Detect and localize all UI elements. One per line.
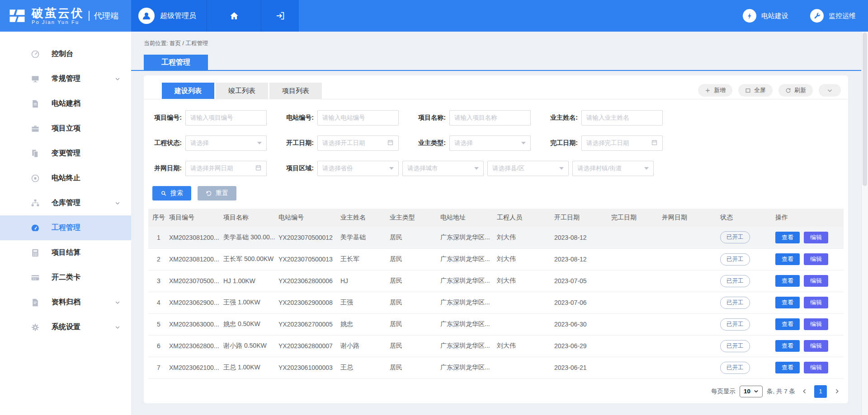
sidebar-item-label: 项目立项	[52, 124, 80, 133]
breadcrumb-path[interactable]: 首页 / 工程管理	[170, 40, 208, 47]
cell-station-no: YX2023062900008	[278, 292, 340, 313]
sidebar-item[interactable]: 电站终止	[0, 166, 131, 191]
search-button[interactable]: 搜索	[152, 186, 191, 201]
bolt-icon	[743, 9, 756, 23]
text-input[interactable]: 请输入项目编号	[185, 110, 267, 126]
sidebar-item[interactable]: 工程管理	[0, 215, 131, 240]
sidebar-item[interactable]: 项目立项	[0, 116, 131, 141]
sidebar-item[interactable]: 系统设置	[0, 315, 131, 340]
table-row: 7 XM2023062100... 王总 1.00KW YX2023061000…	[148, 357, 844, 378]
city-select[interactable]: 请选择城市	[402, 161, 484, 176]
sidebar-item-label: 系统设置	[52, 322, 80, 332]
sidebar-item[interactable]: 控制台	[0, 42, 131, 66]
per-page-select[interactable]: 10	[740, 386, 763, 397]
tab-construction-list[interactable]: 建设列表	[162, 83, 214, 99]
page-1-button[interactable]: 1	[814, 385, 827, 398]
tab-completion-list[interactable]: 竣工列表	[216, 83, 268, 99]
province-select[interactable]: 请选择省份	[317, 161, 399, 176]
sidebar-item[interactable]: 资料归档	[0, 290, 131, 315]
caret-down-icon	[644, 167, 649, 170]
sidebar-item[interactable]: 开二类卡	[0, 265, 131, 290]
cell-project-name: 谢小路 0.50KW	[223, 335, 278, 357]
cell-station-no: YX2023061000003	[278, 357, 340, 378]
status-badge: 已开工	[720, 318, 750, 331]
view-button[interactable]: 查看	[775, 318, 800, 330]
cell-start-date: 2023-06-21	[554, 357, 611, 378]
sidebar-item[interactable]: 仓库管理	[0, 191, 131, 215]
sidebar-item-label: 常规管理	[52, 74, 80, 84]
logout-button[interactable]	[261, 0, 299, 32]
owner-type-select[interactable]: 请选择	[449, 135, 531, 151]
prev-page-button[interactable]	[799, 385, 809, 398]
next-page-button[interactable]	[832, 385, 842, 398]
logo[interactable]: 破茧云伏 Po Jian Yun Fu 代理端	[0, 0, 131, 32]
edit-button[interactable]: 编辑	[804, 362, 828, 373]
town-select[interactable]: 请选择村镇/街道	[572, 161, 654, 176]
cell-project-no: XM2023062100...	[169, 357, 223, 378]
pagination: 每页显示 10 条, 共 7 条 1	[144, 385, 842, 398]
cell-owner-name: HJ	[340, 270, 390, 292]
cell-project-name: HJ 1.00KW	[223, 270, 278, 292]
edit-button[interactable]: 编辑	[804, 232, 828, 243]
sidebar-item[interactable]: 电站建档	[0, 91, 131, 116]
refresh-button[interactable]: 刷新	[778, 84, 813, 97]
add-button[interactable]: 新增	[698, 84, 732, 97]
cell-owner-type: 居民	[390, 270, 440, 292]
stop-icon	[31, 174, 40, 183]
view-button[interactable]: 查看	[775, 297, 800, 308]
sidebar: 控制台 常规管理 电站建档	[0, 32, 131, 415]
cell-finish-date	[611, 292, 662, 313]
project-status-select[interactable]: 请选择	[185, 135, 267, 151]
sidebar-item[interactable]: 项目结算	[0, 240, 131, 265]
grid-date-input[interactable]: 请选择并网日期	[185, 161, 267, 176]
edit-button[interactable]: 编辑	[804, 297, 828, 308]
cell-owner-name: 王总	[340, 357, 390, 378]
edit-button[interactable]: 编辑	[804, 340, 828, 352]
view-button[interactable]: 查看	[775, 362, 800, 373]
tab-project-list[interactable]: 项目列表	[269, 83, 322, 99]
nav-monitor-ops[interactable]: 监控运维	[810, 9, 856, 23]
card-icon	[31, 273, 40, 282]
fullscreen-button[interactable]: 全屏	[738, 84, 773, 97]
text-input[interactable]: 请输入项目名称	[449, 110, 531, 126]
user-menu[interactable]: 超级管理员	[131, 0, 207, 32]
collapse-toolbar-button[interactable]	[819, 84, 841, 97]
home-button[interactable]	[207, 0, 261, 32]
cell-start-date: 2023-07-06	[554, 292, 611, 313]
cell-finish-date	[611, 248, 662, 270]
county-select[interactable]: 请选择县/区	[487, 161, 569, 176]
reset-button[interactable]: 重置	[198, 186, 236, 201]
finish-date-input[interactable]: 请选择完工日期	[581, 135, 663, 151]
vertical-scrollbar[interactable]	[861, 32, 868, 415]
view-button[interactable]: 查看	[775, 232, 800, 243]
view-button[interactable]: 查看	[775, 253, 800, 265]
row-index: 1	[148, 227, 169, 248]
edit-button[interactable]: 编辑	[804, 253, 828, 265]
calendar-icon	[387, 139, 394, 148]
content-area: 当前位置: 首页 / 工程管理 工程管理 建设列表 竣工列表 项目列表 新增	[131, 32, 868, 415]
total-count-label: 条, 共 7 条	[767, 387, 795, 396]
text-input[interactable]: 请输入业主姓名	[581, 110, 663, 126]
view-button[interactable]: 查看	[775, 275, 800, 287]
cell-address: 广东深圳龙华区...	[440, 313, 497, 335]
cell-engineer	[497, 357, 554, 378]
page-tab-project-management[interactable]: 工程管理	[144, 55, 208, 70]
sidebar-item[interactable]: 常规管理	[0, 66, 131, 91]
chevron-down-icon	[827, 88, 833, 93]
view-button[interactable]: 查看	[775, 340, 800, 352]
sidebar-item[interactable]: 变更管理	[0, 141, 131, 166]
edit-button[interactable]: 编辑	[804, 275, 828, 287]
start-date-input[interactable]: 请选择开工日期	[317, 135, 399, 151]
row-index: 7	[148, 357, 169, 378]
cell-station-no: YX2023062800007	[278, 335, 340, 357]
cell-grid-date	[662, 292, 720, 313]
calendar-icon	[651, 139, 658, 148]
filter-label: 业主姓名:	[542, 114, 578, 122]
refresh-icon	[785, 88, 791, 93]
scrollbar-thumb[interactable]	[863, 33, 867, 186]
edit-button[interactable]: 编辑	[804, 318, 828, 330]
nav-station-build[interactable]: 电站建设	[743, 9, 788, 23]
table-row: 5 XM2023063000... 姚忠 0.50KW YX2023062700…	[148, 313, 844, 335]
cell-engineer: 刘大伟	[497, 227, 554, 248]
text-input[interactable]: 请输入电站编号	[317, 110, 399, 126]
